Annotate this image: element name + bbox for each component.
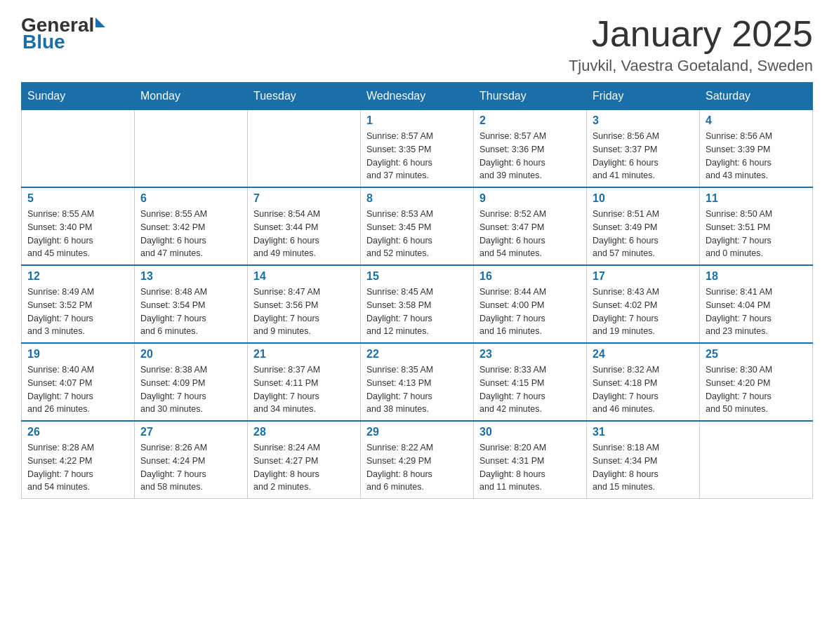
calendar-cell: 9Sunrise: 8:52 AM Sunset: 3:47 PM Daylig… [474, 187, 587, 265]
day-number: 10 [593, 192, 694, 205]
calendar-cell: 28Sunrise: 8:24 AM Sunset: 4:27 PM Dayli… [248, 421, 361, 499]
calendar-cell: 21Sunrise: 8:37 AM Sunset: 4:11 PM Dayli… [248, 343, 361, 421]
day-info: Sunrise: 8:33 AM Sunset: 4:15 PM Dayligh… [479, 363, 581, 416]
day-number: 20 [140, 348, 241, 361]
day-info: Sunrise: 8:49 AM Sunset: 3:52 PM Dayligh… [27, 286, 128, 338]
day-number: 6 [140, 192, 241, 205]
day-info: Sunrise: 8:55 AM Sunset: 3:42 PM Dayligh… [140, 208, 241, 260]
day-number: 25 [706, 348, 807, 361]
day-info: Sunrise: 8:57 AM Sunset: 3:35 PM Dayligh… [366, 130, 468, 182]
day-info: Sunrise: 8:56 AM Sunset: 3:39 PM Dayligh… [706, 130, 807, 182]
subtitle: Tjuvkil, Vaestra Goetaland, Sweden [569, 57, 813, 75]
day-info: Sunrise: 8:37 AM Sunset: 4:11 PM Dayligh… [253, 363, 355, 416]
day-info: Sunrise: 8:30 AM Sunset: 4:20 PM Dayligh… [706, 363, 807, 416]
calendar-cell: 2Sunrise: 8:57 AM Sunset: 3:36 PM Daylig… [474, 110, 587, 188]
day-number: 11 [706, 192, 807, 205]
day-info: Sunrise: 8:45 AM Sunset: 3:58 PM Dayligh… [366, 286, 468, 338]
calendar-cell: 13Sunrise: 8:48 AM Sunset: 3:54 PM Dayli… [135, 265, 248, 343]
day-number: 23 [479, 348, 581, 361]
calendar-cell: 29Sunrise: 8:22 AM Sunset: 4:29 PM Dayli… [361, 421, 474, 499]
day-number: 4 [706, 114, 807, 127]
day-info: Sunrise: 8:51 AM Sunset: 3:49 PM Dayligh… [593, 208, 694, 260]
day-number: 17 [593, 270, 694, 283]
calendar-cell: 12Sunrise: 8:49 AM Sunset: 3:52 PM Dayli… [22, 265, 135, 343]
day-number: 29 [366, 426, 468, 438]
calendar-week-1: 1Sunrise: 8:57 AM Sunset: 3:35 PM Daylig… [22, 110, 813, 188]
calendar-cell: 22Sunrise: 8:35 AM Sunset: 4:13 PM Dayli… [361, 343, 474, 421]
day-number: 7 [253, 192, 355, 205]
calendar-week-4: 19Sunrise: 8:40 AM Sunset: 4:07 PM Dayli… [22, 343, 813, 421]
day-info: Sunrise: 8:54 AM Sunset: 3:44 PM Dayligh… [253, 208, 355, 260]
day-number: 28 [253, 426, 355, 438]
day-info: Sunrise: 8:40 AM Sunset: 4:07 PM Dayligh… [27, 363, 128, 416]
calendar-cell: 27Sunrise: 8:26 AM Sunset: 4:24 PM Dayli… [135, 421, 248, 499]
day-number: 14 [253, 270, 355, 283]
weekday-header-tuesday: Tuesday [248, 83, 361, 110]
calendar-cell: 24Sunrise: 8:32 AM Sunset: 4:18 PM Dayli… [587, 343, 700, 421]
weekday-header-friday: Friday [587, 83, 700, 110]
day-number: 27 [140, 426, 241, 438]
day-number: 26 [27, 426, 128, 438]
calendar-cell: 15Sunrise: 8:45 AM Sunset: 3:58 PM Dayli… [361, 265, 474, 343]
calendar-cell [135, 110, 248, 188]
calendar-cell: 14Sunrise: 8:47 AM Sunset: 3:56 PM Dayli… [248, 265, 361, 343]
day-info: Sunrise: 8:20 AM Sunset: 4:31 PM Dayligh… [479, 441, 581, 494]
day-number: 3 [593, 114, 694, 127]
day-number: 22 [366, 348, 468, 361]
day-number: 2 [479, 114, 581, 127]
logo: General Blue [21, 14, 105, 53]
day-info: Sunrise: 8:47 AM Sunset: 3:56 PM Dayligh… [253, 286, 355, 338]
day-number: 19 [27, 348, 128, 361]
day-info: Sunrise: 8:32 AM Sunset: 4:18 PM Dayligh… [593, 363, 694, 416]
day-info: Sunrise: 8:24 AM Sunset: 4:27 PM Dayligh… [253, 441, 355, 494]
weekday-header-monday: Monday [135, 83, 248, 110]
calendar-cell: 19Sunrise: 8:40 AM Sunset: 4:07 PM Dayli… [22, 343, 135, 421]
day-number: 5 [27, 192, 128, 205]
calendar-cell: 10Sunrise: 8:51 AM Sunset: 3:49 PM Dayli… [587, 187, 700, 265]
calendar-cell [22, 110, 135, 188]
weekday-header-saturday: Saturday [700, 83, 813, 110]
calendar-cell: 11Sunrise: 8:50 AM Sunset: 3:51 PM Dayli… [700, 187, 813, 265]
calendar-cell: 18Sunrise: 8:41 AM Sunset: 4:04 PM Dayli… [700, 265, 813, 343]
page-header: General Blue January 2025 Tjuvkil, Vaest… [21, 14, 813, 75]
day-info: Sunrise: 8:56 AM Sunset: 3:37 PM Dayligh… [593, 130, 694, 182]
day-info: Sunrise: 8:50 AM Sunset: 3:51 PM Dayligh… [706, 208, 807, 260]
day-number: 21 [253, 348, 355, 361]
day-info: Sunrise: 8:41 AM Sunset: 4:04 PM Dayligh… [706, 286, 807, 338]
calendar-table: SundayMondayTuesdayWednesdayThursdayFrid… [21, 82, 813, 499]
day-info: Sunrise: 8:44 AM Sunset: 4:00 PM Dayligh… [479, 286, 581, 338]
calendar-cell [700, 421, 813, 499]
calendar-cell: 7Sunrise: 8:54 AM Sunset: 3:44 PM Daylig… [248, 187, 361, 265]
day-info: Sunrise: 8:57 AM Sunset: 3:36 PM Dayligh… [479, 130, 581, 182]
day-info: Sunrise: 8:38 AM Sunset: 4:09 PM Dayligh… [140, 363, 241, 416]
calendar-cell: 30Sunrise: 8:20 AM Sunset: 4:31 PM Dayli… [474, 421, 587, 499]
weekday-header-thursday: Thursday [474, 83, 587, 110]
day-info: Sunrise: 8:43 AM Sunset: 4:02 PM Dayligh… [593, 286, 694, 338]
calendar-cell [248, 110, 361, 188]
calendar-cell: 6Sunrise: 8:55 AM Sunset: 3:42 PM Daylig… [135, 187, 248, 265]
day-info: Sunrise: 8:52 AM Sunset: 3:47 PM Dayligh… [479, 208, 581, 260]
day-info: Sunrise: 8:48 AM Sunset: 3:54 PM Dayligh… [140, 286, 241, 338]
calendar-cell: 3Sunrise: 8:56 AM Sunset: 3:37 PM Daylig… [587, 110, 700, 188]
day-info: Sunrise: 8:35 AM Sunset: 4:13 PM Dayligh… [366, 363, 468, 416]
day-number: 30 [479, 426, 581, 438]
day-number: 1 [366, 114, 468, 127]
logo-arrow-icon [95, 18, 105, 27]
calendar-week-3: 12Sunrise: 8:49 AM Sunset: 3:52 PM Dayli… [22, 265, 813, 343]
weekday-header-sunday: Sunday [22, 83, 135, 110]
calendar-header-row: SundayMondayTuesdayWednesdayThursdayFrid… [22, 83, 813, 110]
day-info: Sunrise: 8:28 AM Sunset: 4:22 PM Dayligh… [27, 441, 128, 494]
day-info: Sunrise: 8:18 AM Sunset: 4:34 PM Dayligh… [593, 441, 694, 494]
calendar-cell: 31Sunrise: 8:18 AM Sunset: 4:34 PM Dayli… [587, 421, 700, 499]
day-number: 24 [593, 348, 694, 361]
calendar-cell: 17Sunrise: 8:43 AM Sunset: 4:02 PM Dayli… [587, 265, 700, 343]
calendar-cell: 1Sunrise: 8:57 AM Sunset: 3:35 PM Daylig… [361, 110, 474, 188]
day-number: 31 [593, 426, 694, 438]
calendar-cell: 25Sunrise: 8:30 AM Sunset: 4:20 PM Dayli… [700, 343, 813, 421]
day-number: 16 [479, 270, 581, 283]
calendar-cell: 8Sunrise: 8:53 AM Sunset: 3:45 PM Daylig… [361, 187, 474, 265]
day-number: 8 [366, 192, 468, 205]
calendar-cell: 16Sunrise: 8:44 AM Sunset: 4:00 PM Dayli… [474, 265, 587, 343]
calendar-cell: 23Sunrise: 8:33 AM Sunset: 4:15 PM Dayli… [474, 343, 587, 421]
calendar-week-5: 26Sunrise: 8:28 AM Sunset: 4:22 PM Dayli… [22, 421, 813, 499]
